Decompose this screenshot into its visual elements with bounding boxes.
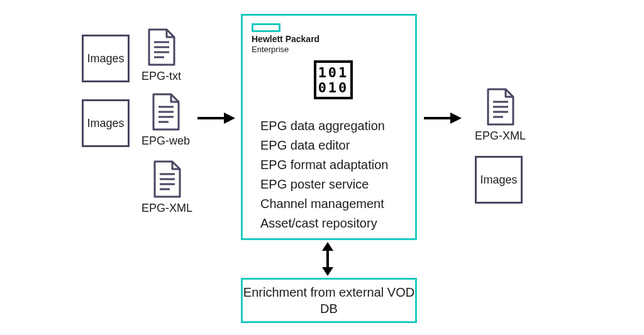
document-icon	[152, 160, 182, 198]
output-images-label: Images	[480, 173, 517, 187]
arrow-main-to-enrichment-icon	[321, 242, 335, 276]
document-icon	[147, 28, 177, 66]
hpe-brand-line1: Hewlett Packard	[252, 35, 319, 44]
binary-code-icon: 101 010	[313, 60, 353, 100]
input-images-label-2: Images	[87, 117, 124, 130]
input-images-label-1: Images	[87, 52, 124, 65]
input-images-box-2: Images	[82, 99, 130, 147]
svg-marker-5	[224, 113, 235, 124]
feature-list: EPG data aggregation EPG data editor EPG…	[260, 116, 388, 233]
feature-item: EPG data editor	[260, 136, 388, 155]
hpe-logo-bar-icon	[252, 23, 280, 32]
input-doc-xml: EPG-XML	[142, 160, 192, 215]
svg-marker-11	[322, 242, 333, 251]
feature-item: Asset/cast repository	[260, 214, 388, 233]
svg-text:101: 101	[318, 65, 349, 80]
document-icon	[151, 93, 181, 131]
input-doc-txt: EPG-txt	[142, 28, 181, 83]
input-doc-xml-label: EPG-XML	[142, 202, 192, 215]
input-doc-web: EPG-web	[142, 93, 190, 148]
arrow-main-to-output-icon	[423, 111, 462, 125]
hpe-brand-line2: Enterprise	[252, 45, 289, 54]
svg-marker-13	[322, 267, 333, 276]
enrichment-label: Enrichment from external VOD DB	[243, 284, 415, 317]
main-processing-box: Hewlett Packard Enterprise 101 010 EPG d…	[241, 14, 417, 240]
document-icon	[486, 88, 516, 126]
feature-item: EPG data aggregation	[260, 116, 388, 136]
input-doc-web-label: EPG-web	[142, 135, 190, 148]
arrow-input-to-main-icon	[196, 111, 235, 125]
input-images-box-1: Images	[82, 35, 130, 82]
svg-marker-10	[450, 113, 462, 124]
input-doc-txt-label: EPG-txt	[142, 70, 181, 83]
enrichment-box: Enrichment from external VOD DB	[241, 278, 417, 323]
svg-text:010: 010	[318, 80, 349, 96]
feature-item: EPG format adaptation	[260, 155, 388, 175]
output-images-box: Images	[475, 156, 523, 204]
output-doc-xml-label: EPG-XML	[475, 129, 526, 143]
feature-item: Channel management	[260, 194, 388, 214]
feature-item: EPG poster service	[260, 175, 388, 194]
output-doc-xml: EPG-XML	[475, 88, 526, 143]
